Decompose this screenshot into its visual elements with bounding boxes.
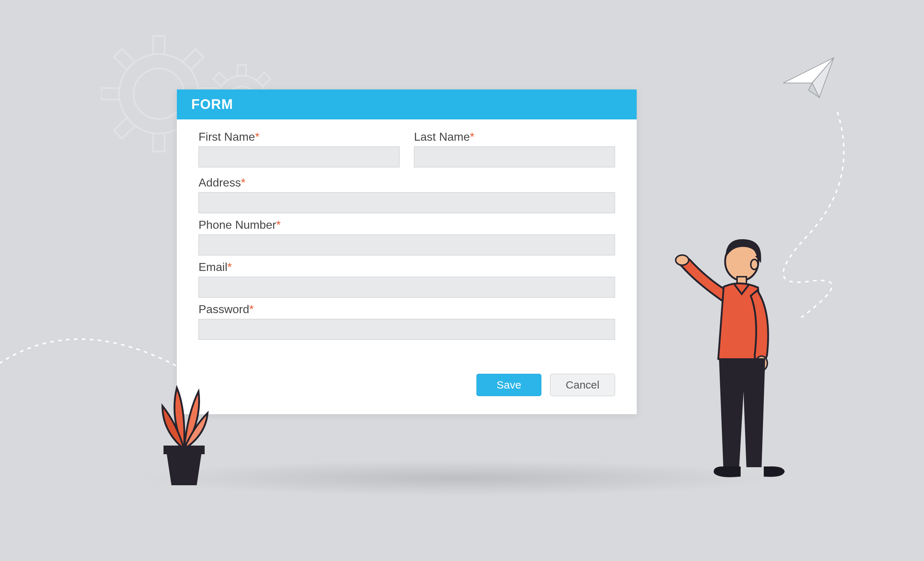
phone-label-text: Phone Number [198,218,276,231]
svg-rect-4 [101,88,119,100]
form-actions: Save Cancel [177,359,637,414]
required-asterisk: * [249,303,254,316]
required-asterisk: * [276,218,280,231]
form-title: FORM [177,90,637,120]
required-asterisk: * [241,176,245,189]
field-last-name: Last Name* [414,130,615,168]
phone-label: Phone Number* [198,218,615,232]
password-label-text: Password [198,303,249,316]
field-address: Address* [198,176,615,213]
address-label-text: Address [198,176,241,189]
svg-rect-12 [237,65,246,76]
address-input[interactable] [198,192,615,213]
first-name-label-text: First Name [198,130,255,143]
svg-point-24 [676,255,688,265]
svg-point-0 [134,69,184,119]
field-phone: Phone Number* [198,218,615,256]
paper-plane-icon [780,54,837,105]
required-asterisk: * [255,130,259,143]
person-illustration [675,236,798,489]
form-body: First Name* Last Name* Address* [177,120,637,359]
plant-decoration [152,373,217,489]
svg-rect-2 [153,36,165,54]
email-input[interactable] [198,277,615,298]
svg-rect-23 [164,446,205,454]
save-button[interactable]: Save [476,374,542,396]
required-asterisk: * [470,130,474,143]
first-name-input[interactable] [198,147,399,168]
field-password: Password* [198,303,615,340]
form-panel: FORM First Name* Last Name* [177,90,637,414]
svg-rect-7 [114,118,135,139]
last-name-label-text: Last Name [414,130,470,143]
required-asterisk: * [227,260,232,274]
first-name-label: First Name* [198,130,399,144]
svg-rect-3 [153,133,165,151]
svg-rect-6 [183,49,204,70]
scene-background: FORM First Name* Last Name* [0,0,924,561]
svg-point-26 [751,259,758,269]
svg-rect-8 [114,49,135,70]
field-email: Email* [198,260,615,298]
cancel-button[interactable]: Cancel [550,374,615,396]
last-name-input[interactable] [414,147,615,168]
svg-rect-18 [213,73,227,86]
last-name-label: Last Name* [414,130,615,144]
svg-rect-16 [256,73,270,86]
password-input[interactable] [198,319,615,340]
field-first-name: First Name* [198,130,399,168]
email-label-text: Email [198,260,227,274]
password-label: Password* [198,303,615,316]
address-label: Address* [198,176,615,189]
email-label: Email* [198,260,615,274]
phone-input[interactable] [198,235,615,256]
